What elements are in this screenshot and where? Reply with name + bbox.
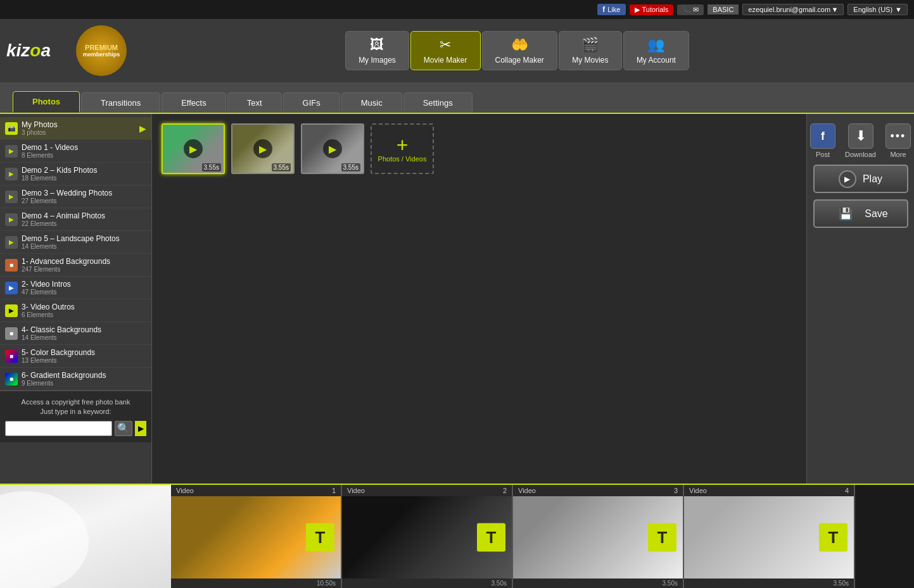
timeline-item-2-time: 3.50s: [492, 580, 507, 587]
timeline-item-1-num: 1: [332, 487, 336, 494]
demo5-count: 14 Elements: [22, 243, 146, 250]
search-input[interactable]: [5, 421, 112, 436]
timeline-item-1[interactable]: Video 1 T 10.50s: [171, 485, 342, 588]
timeline-item-3-time: 3.50s: [663, 580, 678, 587]
demo1-count: 8 Elements: [22, 152, 146, 159]
demo3-count: 27 Elements: [22, 197, 146, 204]
photo-thumb-1[interactable]: ▶ 3.55s: [162, 123, 225, 174]
tab-effects[interactable]: Effects: [162, 92, 226, 113]
my-photos-icon: 📷: [5, 122, 18, 135]
timeline-item-2-num: 2: [503, 487, 507, 494]
sidebar-item-demo5[interactable]: ▶ Demo 5 – Landscape Photos 14 Elements: [0, 231, 151, 254]
premium-badge[interactable]: PREMIUM memberships: [76, 25, 127, 76]
sidebar-item-demo1[interactable]: ▶ Demo 1 - Videos 8 Elements: [0, 140, 151, 163]
timeline-left: [0, 485, 171, 588]
account-email-dropdown[interactable]: ezequiel.bruni@gmail.com ▼: [742, 4, 844, 15]
timeline-item-4[interactable]: Video 4 T 3.50s: [684, 485, 855, 588]
play-circle-icon: ▶: [839, 170, 856, 188]
timeline-item-2[interactable]: Video 2 T 3.50s: [342, 485, 513, 588]
tab-music-label: Music: [361, 98, 383, 108]
tab-settings[interactable]: Settings: [403, 92, 473, 113]
email-label: ezequiel.bruni@gmail.com: [748, 6, 830, 13]
sidebar-item-demo3[interactable]: ▶ Demo 3 – Wedding Photos 27 Elements: [0, 185, 151, 208]
sidebar-item-color-bg[interactable]: ■ 5- Color Backgrounds 13 Elements: [0, 345, 151, 368]
language-dropdown[interactable]: English (US) ▼: [847, 4, 908, 15]
adv-bg-icon: ■: [5, 259, 18, 272]
nav-tab-my-account[interactable]: 👥 My Account: [623, 31, 689, 70]
tab-gifs[interactable]: GIFs: [283, 92, 340, 113]
more-action[interactable]: ••• More: [885, 123, 911, 158]
demo1-icon: ▶: [5, 145, 18, 158]
gradient-bg-label: 6- Gradient Backgrounds: [22, 371, 106, 380]
sidebar-item-vid-outro[interactable]: ▶ 3- Video Outros 6 Elements: [0, 299, 151, 322]
timeline-item-4-label: Video: [689, 487, 707, 494]
timeline-item-2-body: T: [342, 496, 512, 579]
my-photos-label: My Photos: [22, 120, 58, 129]
timeline-t-badge-1[interactable]: T: [306, 523, 334, 552]
vid-intro-count: 47 Elements: [22, 289, 146, 296]
photo-thumb-2[interactable]: ▶ 3.55s: [231, 123, 295, 174]
sidebar-item-demo4[interactable]: ▶ Demo 4 – Animal Photos 22 Elements: [0, 208, 151, 231]
main-nav: 🖼 My Images ✂ Movie Maker 🤲 Collage Make…: [127, 31, 908, 70]
add-photos-button[interactable]: + Photos / Videos: [371, 123, 434, 174]
timeline-wave: [0, 491, 89, 588]
sidebar-item-classic-bg[interactable]: ■ 4- Classic Backgrounds 14 Elements: [0, 322, 151, 345]
download-label: Download: [845, 151, 876, 158]
demo5-icon: ▶: [5, 236, 18, 249]
download-action[interactable]: ⬇ Download: [845, 123, 876, 158]
my-account-label: My Account: [637, 56, 676, 65]
timeline-t-badge-2[interactable]: T: [477, 523, 505, 552]
my-movies-label: My Movies: [572, 56, 608, 65]
timeline-t-badge-4[interactable]: T: [819, 523, 847, 552]
tab-photos[interactable]: Photos: [13, 91, 80, 113]
timeline-item-1-label: Video: [176, 487, 194, 494]
save-button[interactable]: 💾 Save: [813, 199, 908, 228]
post-label: Post: [816, 151, 830, 158]
demo4-icon: ▶: [5, 213, 18, 226]
nav-tab-my-movies[interactable]: 🎬 My Movies: [559, 31, 622, 70]
fb-like-button[interactable]: f Like: [597, 4, 625, 15]
play-button[interactable]: ▶ Play: [813, 165, 908, 193]
plan-badge: BASIC: [708, 4, 739, 15]
timeline-t-badge-3[interactable]: T: [648, 523, 676, 552]
sidebar-item-vid-intro[interactable]: ▶ 2- Video Intros 47 Elements: [0, 277, 151, 299]
demo2-icon: ▶: [5, 168, 18, 180]
timeline-item-3-body: T: [513, 496, 683, 579]
photo-search-area: Access a copyright free photo bank Just …: [0, 391, 151, 442]
my-images-icon: 🖼: [370, 37, 384, 53]
demo3-label: Demo 3 – Wedding Photos: [22, 189, 112, 197]
save-label: Save: [865, 208, 887, 220]
search-label: Access a copyright free photo bank Just …: [5, 397, 146, 417]
search-button[interactable]: 🔍: [115, 421, 132, 436]
tutorials-button[interactable]: ▶ Tutorials: [630, 4, 674, 15]
timeline-item-2-footer: 3.50s: [342, 579, 512, 588]
download-icon: ⬇: [848, 123, 873, 149]
tab-text[interactable]: Text: [227, 92, 282, 113]
sidebar-item-my-photos[interactable]: 📷 My Photos 3 photos ▶: [0, 117, 151, 140]
sidebar-item-demo2[interactable]: ▶ Demo 2 – Kids Photos 18 Elements: [0, 163, 151, 185]
tab-text-label: Text: [247, 98, 262, 108]
save-icon: 💾: [833, 201, 858, 227]
timeline-item-3-label: Video: [518, 487, 536, 494]
timeline-item-3-footer: 3.50s: [513, 579, 683, 588]
vid-intro-label: 2- Video Intros: [22, 280, 71, 289]
timeline-item-3[interactable]: Video 3 T 3.50s: [513, 485, 684, 588]
search-go-arrow[interactable]: ▶: [135, 421, 146, 436]
post-action[interactable]: f Post: [810, 123, 835, 158]
photo-thumb-3[interactable]: ▶ 3.55s: [301, 123, 364, 174]
movie-maker-label: Movie Maker: [424, 56, 467, 65]
my-images-label: My Images: [359, 56, 396, 65]
tab-music[interactable]: Music: [341, 92, 402, 113]
nav-tab-collage-maker[interactable]: 🤲 Collage Maker: [482, 31, 557, 70]
fb-like-label: Like: [607, 6, 620, 13]
sidebar-item-adv-bg[interactable]: ■ 1- Advanced Backgrounds 247 Elements: [0, 254, 151, 277]
nav-tab-movie-maker[interactable]: ✂ Movie Maker: [410, 31, 481, 70]
phone-button[interactable]: 📞 ✉: [677, 4, 704, 15]
nav-tab-my-images[interactable]: 🖼 My Images: [345, 31, 409, 70]
demo4-label: Demo 4 – Animal Photos: [22, 211, 105, 220]
tab-transitions[interactable]: Transitions: [81, 92, 160, 113]
tab-settings-label: Settings: [423, 98, 453, 108]
sidebar-item-gradient-bg[interactable]: ■ 6- Gradient Backgrounds 9 Elements: [0, 368, 151, 391]
add-plus-icon: +: [397, 135, 409, 155]
yt-icon: ▶: [635, 6, 640, 14]
